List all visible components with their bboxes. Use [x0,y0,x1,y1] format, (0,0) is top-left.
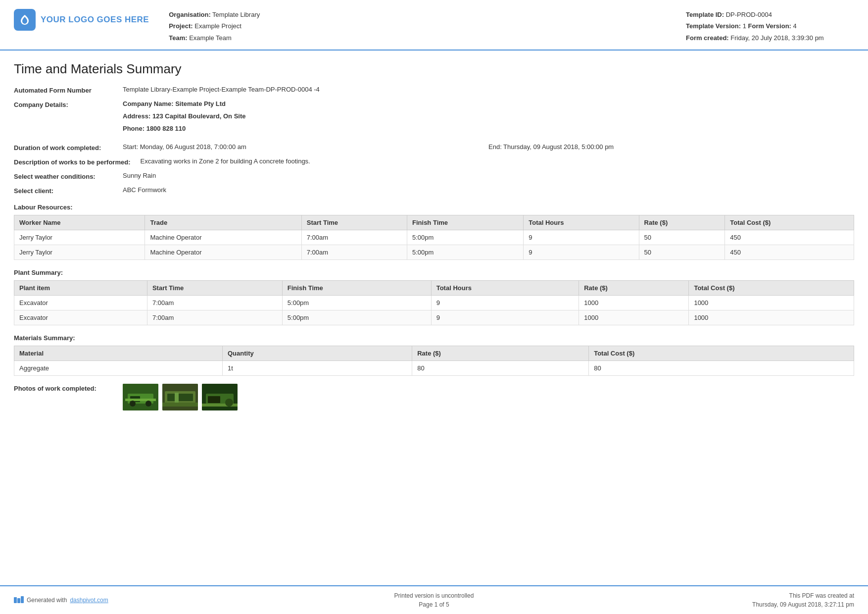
list-item: 80 [412,361,589,376]
list-item: 50 [639,245,725,260]
client-row: Select client: ABC Formwork [14,186,854,195]
svg-point-5 [145,401,151,407]
mat-col-3: Total Cost ($) [589,346,854,361]
table-row: Excavator7:00am5:00pm910001000 [14,310,854,325]
labour-col-3: Finish Time [407,215,524,230]
company-phone: Phone: 1800 828 110 [123,125,854,132]
list-item: 1000 [689,296,854,310]
list-item: Aggregate [14,361,223,376]
svg-rect-13 [208,396,220,403]
footer-created-line2: Thursday, 09 August 2018, 3:27:11 pm [574,600,854,609]
version-line: Template Version: 1 Form Version: 4 [686,20,854,32]
list-item: Excavator [14,296,147,310]
footer-left: Generated with dashpivot.com [14,596,294,604]
logo-text: YOUR LOGO GOES HERE [41,15,149,25]
svg-rect-18 [21,596,24,603]
duration-values: Start: Monday, 06 August 2018, 7:00:00 a… [123,143,854,151]
list-item: 450 [725,245,854,260]
labour-section-title: Labour Resources: [14,204,854,211]
list-item: 5:00pm [282,296,431,310]
company-details-label: Company Details: [14,100,123,108]
description-value: Excavating works in Zone 2 for building … [140,157,854,165]
list-item: Machine Operator [145,230,301,245]
logo-icon [14,9,36,31]
automated-form-row: Automated Form Number Template Library-E… [14,86,854,94]
list-item: 5:00pm [282,310,431,325]
plant-table-header: Plant item Start Time Finish Time Total … [14,281,854,296]
company-details-row: Company Details: Company Name: Sitemate … [14,100,854,132]
footer-center: Printed version is uncontrolled Page 1 o… [294,591,574,609]
labour-col-6: Total Cost ($) [725,215,854,230]
weather-label: Select weather conditions: [14,172,123,180]
list-item: 7:00am [301,230,407,245]
company-name: Company Name: Sitemate Pty Ltd [123,100,854,107]
svg-rect-17 [17,598,20,603]
footer-generated-text: Generated with [27,597,67,604]
table-row: Jerry TaylorMachine Operator7:00am5:00pm… [14,230,854,245]
list-item: Machine Operator [145,245,301,260]
svg-point-4 [130,401,136,407]
labour-table-header: Worker Name Trade Start Time Finish Time… [14,215,854,230]
materials-table-header: Material Quantity Rate ($) Total Cost ($… [14,346,854,361]
list-item: 7:00am [147,310,282,325]
header-center: Organisation: Template Library Project: … [169,9,686,44]
dashpivot-icon [14,596,24,604]
plant-table-body: Excavator7:00am5:00pm910001000Excavator7… [14,296,854,325]
template-version-label: Template Version: [686,22,741,30]
photos-label: Photos of work completed: [14,384,123,392]
footer-print-line2: Page 1 of 5 [294,600,574,609]
labour-col-5: Rate ($) [639,215,725,230]
client-label: Select client: [14,186,123,195]
form-version-value: 4 [793,22,797,30]
svg-rect-3 [125,399,156,401]
org-value: Template Library [212,11,260,18]
template-id-value: DP-PROD-0004 [726,11,772,18]
photos-row: Photos of work completed: [14,384,854,410]
materials-table-body: Aggregate1t8080 [14,361,854,376]
main-content: Time and Materials Summary Automated For… [0,51,868,585]
footer-right: This PDF was created at Thursday, 09 Aug… [574,591,854,609]
list-item: 50 [639,230,725,245]
footer-print-line1: Printed version is uncontrolled [294,591,574,600]
list-item: 1t [222,361,412,376]
list-item: 1000 [579,296,689,310]
team-label: Team: [169,34,187,42]
labour-col-2: Start Time [301,215,407,230]
form-version-label: Form Version: [748,22,791,30]
form-created-label: Form created: [686,34,729,42]
org-line: Organisation: Template Library [169,9,686,20]
logo-area: YOUR LOGO GOES HERE [14,9,149,31]
plant-col-5: Total Cost ($) [689,281,854,296]
template-version-value: 1 [743,22,746,30]
list-item: 450 [725,230,854,245]
svg-rect-9 [162,403,198,407]
team-line: Team: Example Team [169,32,686,44]
automated-form-label: Automated Form Number [14,86,123,94]
list-item: 9 [431,296,579,310]
org-label: Organisation: [169,11,211,18]
page: YOUR LOGO GOES HERE Organisation: Templa… [0,0,868,614]
labour-col-0: Worker Name [14,215,145,230]
list-item: 7:00am [147,296,282,310]
project-value: Example Project [194,22,241,30]
footer-link[interactable]: dashpivot.com [70,597,108,604]
weather-value: Sunny Rain [123,172,854,179]
project-line: Project: Example Project [169,20,686,32]
template-id-label: Template ID: [686,11,724,18]
description-label: Description of works to be performed: [14,157,140,166]
project-label: Project: [169,22,193,30]
duration-start: Start: Monday, 06 August 2018, 7:00:00 a… [123,143,488,151]
mat-col-2: Rate ($) [412,346,589,361]
duration-end: End: Thursday, 09 August 2018, 5:00:00 p… [488,143,854,151]
list-item: 1000 [689,310,854,325]
team-value: Example Team [189,34,232,42]
plant-header-row: Plant item Start Time Finish Time Total … [14,281,854,296]
photo-3 [202,384,238,410]
plant-col-3: Total Hours [431,281,579,296]
photo-2 [162,384,198,410]
svg-point-15 [225,399,233,407]
labour-col-1: Trade [145,215,301,230]
table-row: Aggregate1t8080 [14,361,854,376]
list-item: 9 [524,245,639,260]
list-item: 5:00pm [407,245,524,260]
